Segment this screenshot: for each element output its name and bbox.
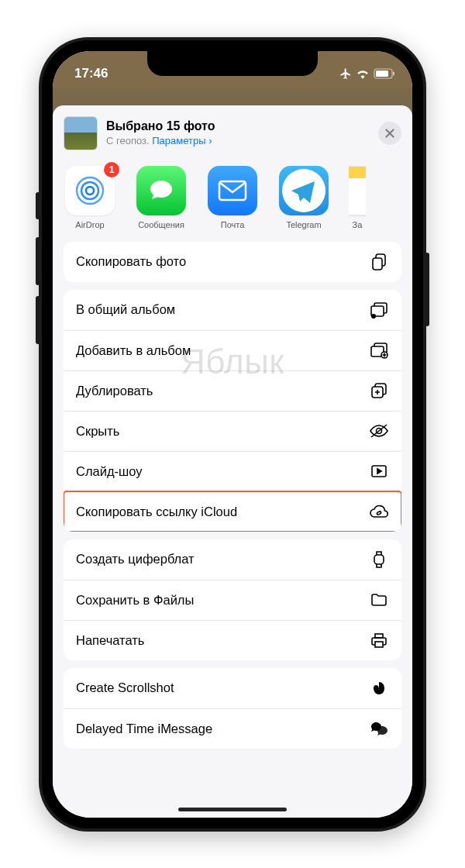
watch-icon [369,550,389,569]
action-label: Слайд-шоу [76,464,143,479]
app-notes-partial[interactable]: За [349,166,366,229]
action-label: Скопировать ссылку iCloud [76,505,237,519]
action-label: Сохранить в Файлы [76,593,194,608]
screen: 17:46 Выбрано 15 фото С геопоз. [53,51,412,818]
app-label: Telegram [286,220,321,229]
svg-line-19 [371,425,387,437]
mute-switch [36,192,39,219]
svg-rect-9 [373,258,382,270]
cloud-link-icon [369,505,389,518]
duplicate-icon [369,382,389,399]
action-save-to-files[interactable]: Сохранить в Файлы [64,580,401,620]
play-icon [369,464,389,478]
printer-icon [369,632,389,649]
app-mail[interactable]: Почта [206,166,259,229]
app-label: AirDrop [75,220,104,229]
sheet-header: Выбрано 15 фото С геопоз. Параметры › [53,105,412,158]
status-time: 17:46 [74,66,108,81]
action-label: Создать циферблат [76,552,195,567]
battery-icon [374,68,395,79]
scrollshot-icon [369,680,389,696]
share-sheet: Выбрано 15 фото С геопоз. Параметры › [53,105,412,818]
action-label: Напечатать [76,633,144,648]
action-shared-album[interactable]: В общий альбом [64,290,401,330]
sheet-subtitle: С геопоз. Параметры › [106,135,215,146]
share-apps-row[interactable]: 1 AirDrop Сообщения Почта [53,158,412,242]
svg-point-4 [81,182,98,199]
action-add-to-album[interactable]: Добавить в альбом [64,330,401,370]
notes-icon [349,166,366,215]
app-label: За [353,220,363,229]
app-label: Сообщения [138,220,184,229]
close-icon [385,129,394,138]
folder-icon [369,593,389,607]
selection-thumbnail [64,116,98,150]
svg-rect-2 [393,71,394,75]
close-button[interactable] [378,122,401,145]
chat-bubbles-icon [369,721,389,736]
volume-down-button [36,296,39,344]
svg-point-3 [86,187,94,195]
svg-rect-25 [375,642,383,647]
action-label: Скрыть [76,424,119,439]
action-create-scrollshot[interactable]: Create Scrollshot [64,668,401,708]
messages-icon [136,166,186,215]
action-label: Create Scrollshot [76,680,174,695]
airdrop-badge: 1 [104,162,119,177]
app-messages[interactable]: Сообщения [135,166,188,229]
action-label: Добавить в альбом [76,343,191,358]
svg-point-21 [377,511,381,515]
options-link[interactable]: Параметры › [152,135,212,146]
action-copy-icloud-link[interactable]: Скопировать ссылку iCloud [64,491,401,532]
action-label: Скопировать фото [76,254,186,269]
action-delayed-imessage[interactable]: Delayed Time iMessage [64,708,401,749]
add-to-album-icon [369,342,389,359]
action-hide[interactable]: Скрыть [64,411,401,451]
svg-rect-1 [376,71,388,77]
volume-up-button [36,237,39,285]
telegram-icon [279,166,329,215]
action-slideshow[interactable]: Слайд-шоу [64,451,401,491]
action-duplicate[interactable]: Дублировать [64,370,401,411]
geolocation-label: С геопоз. [106,135,150,146]
app-telegram[interactable]: Telegram [277,166,330,229]
phone-frame: 17:46 Выбрано 15 фото С геопоз. [39,37,426,832]
action-print[interactable]: Напечатать [64,620,401,660]
action-label: Дублировать [76,384,153,398]
action-create-watchface[interactable]: Создать циферблат [64,539,401,580]
action-copy-photo[interactable]: Скопировать фото [64,242,401,282]
app-label: Почта [221,220,245,229]
app-airdrop[interactable]: 1 AirDrop [64,166,116,229]
mail-icon [208,166,257,215]
action-label: В общий альбом [76,302,175,317]
copy-icon [369,253,389,271]
svg-point-12 [372,314,376,318]
shared-album-icon [369,301,389,319]
airplane-mode-icon [339,67,352,80]
notch [147,51,318,76]
actions-list[interactable]: Скопировать фото В общий альбом [53,242,412,818]
wifi-icon [356,68,370,79]
home-indicator[interactable] [178,808,287,811]
sheet-title: Выбрано 15 фото [106,119,215,133]
svg-rect-24 [375,634,383,638]
action-label: Delayed Time iMessage [76,722,212,736]
side-button [426,253,429,326]
hide-icon [369,423,389,439]
svg-rect-22 [374,555,384,564]
